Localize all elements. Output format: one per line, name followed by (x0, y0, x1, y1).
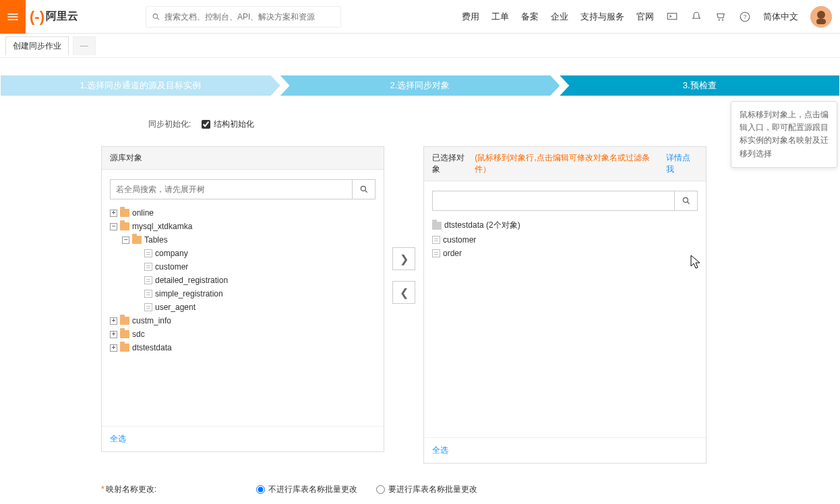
expand-icon[interactable]: + (110, 317, 117, 325)
tree-node[interactable]: customer (432, 233, 698, 247)
table-icon (144, 290, 152, 298)
global-search-input[interactable] (164, 12, 335, 22)
target-search-button[interactable] (674, 191, 697, 210)
nav-right: 费用 工单 备案 企业 支持与服务 官网 ? 简体中文 (462, 6, 832, 28)
nav-item[interactable]: 企业 (551, 11, 568, 23)
nav-item[interactable]: 备案 (521, 11, 539, 23)
db-icon (432, 222, 442, 230)
target-panel-hint: (鼠标移到对象行,点击编辑可修改对象名或过滤条件） (475, 152, 663, 175)
folder-icon (120, 330, 129, 338)
collapse-icon[interactable]: − (122, 237, 129, 244)
transfer-buttons: ❯ ❮ (392, 146, 415, 304)
collapse-icon[interactable]: − (110, 223, 117, 230)
logo-icon: (-) (30, 8, 44, 26)
hamburger-menu[interactable] (0, 0, 26, 34)
global-search[interactable] (146, 6, 341, 28)
target-panel-head: 已选择对象 (鼠标移到对象行,点击编辑可修改对象名或过滤条件） 详情点我 (424, 147, 706, 181)
nav-item[interactable]: 官网 (636, 11, 654, 23)
brand-logo[interactable]: (-) 阿里云 (30, 8, 78, 26)
table-icon (144, 249, 152, 257)
tree-node[interactable]: company (134, 247, 376, 260)
page-tab-label: 创建同步作业 (13, 40, 61, 52)
help-tooltip: 鼠标移到对象上，点击编辑入口，即可配置源跟目标实例的对象名映射及迁移列选择 (731, 101, 837, 168)
tree-node[interactable]: customer (134, 260, 376, 274)
avatar[interactable] (810, 6, 832, 28)
folder-icon (120, 317, 129, 325)
move-right-button[interactable]: ❯ (392, 247, 415, 270)
tree-node[interactable]: simple_registration (134, 287, 376, 301)
search-icon (359, 185, 369, 194)
table-icon (144, 263, 152, 271)
nav-item[interactable]: 费用 (462, 11, 479, 23)
wizard-steps: 1.选择同步通道的源及目标实例 2.选择同步对象 3.预检查 (0, 75, 840, 96)
help-icon[interactable]: ? (739, 11, 751, 23)
target-select-all[interactable]: 全选 (432, 445, 448, 455)
search-icon (682, 196, 691, 206)
mapping-opt-yes[interactable]: 要进行库表名称批量更改 (376, 484, 477, 495)
source-panel-title: 源库对象 (102, 147, 384, 170)
svg-point-12 (683, 197, 688, 202)
page-code: — (73, 36, 96, 55)
svg-point-3 (719, 19, 720, 20)
cb-structure-init[interactable]: 结构初始化 (202, 119, 254, 130)
brand-text: 阿里云 (46, 9, 78, 24)
table-icon (432, 236, 440, 244)
form-rows: *映射名称更改: 不进行库表名称批量更改 要进行库表名称批量更改 *是否启用新的… (101, 478, 739, 504)
step-2[interactable]: 2.选择同步对象 (280, 75, 560, 96)
source-search-button[interactable] (352, 180, 375, 199)
bell-icon[interactable] (690, 11, 702, 23)
source-select-all[interactable]: 全选 (110, 434, 126, 443)
tree-node[interactable]: +custm_info (110, 314, 376, 327)
mapping-opt-no[interactable]: 不进行库表名称批量更改 (256, 484, 357, 495)
language-switch[interactable]: 简体中文 (763, 11, 798, 23)
svg-point-4 (722, 19, 723, 20)
tree-node[interactable]: detailed_registration (134, 274, 376, 287)
target-search (432, 191, 698, 211)
mapping-row: *映射名称更改: 不进行库表名称批量更改 要进行库表名称批量更改 (101, 478, 739, 501)
tree-node[interactable]: +online (110, 206, 376, 220)
source-search (110, 179, 376, 199)
tree-node[interactable]: +sdc (110, 327, 376, 341)
svg-line-1 (157, 18, 159, 20)
expand-icon[interactable]: + (110, 331, 117, 338)
svg-point-8 (817, 11, 825, 19)
target-search-input[interactable] (433, 191, 674, 210)
step-1[interactable]: 1.选择同步通道的源及目标实例 (1, 75, 280, 96)
mapping-label: 映射名称更改: (106, 484, 156, 494)
nav-item[interactable]: 工单 (491, 11, 509, 23)
svg-line-11 (365, 191, 367, 193)
cart-icon[interactable] (715, 11, 727, 23)
tree-node[interactable]: user_agent (134, 301, 376, 314)
content: 同步初始化: 结构初始化 源库对象 +online −mysql_xtdka (0, 100, 840, 504)
target-panel: 已选择对象 (鼠标移到对象行,点击编辑可修改对象名或过滤条件） 详情点我 dts… (423, 146, 707, 464)
svg-line-13 (687, 202, 689, 204)
tree-node[interactable]: +dtstestdata (110, 341, 376, 354)
move-left-button[interactable]: ❮ (392, 281, 415, 304)
folder-icon (120, 209, 129, 217)
svg-text:?: ? (744, 14, 747, 20)
folder-icon (132, 236, 142, 244)
svg-rect-2 (667, 13, 677, 19)
tree-node[interactable]: dtstestdata (2个对象) (432, 218, 698, 233)
step-3[interactable]: 3.预检查 (560, 75, 839, 96)
table-icon (144, 276, 152, 284)
svg-point-0 (153, 13, 158, 18)
tree-node[interactable]: −mysql_xtdkamka (110, 220, 376, 233)
nav-item[interactable]: 支持与服务 (580, 11, 624, 23)
search-icon (152, 12, 160, 22)
cb-structure-init-label: 结构初始化 (214, 119, 254, 130)
cb-structure-init-input[interactable] (202, 120, 210, 129)
init-label: 同步初始化: (148, 119, 191, 130)
extra-row: *是否启用新的附加列规则: 是 否 请选择附加列规则 (101, 501, 739, 504)
expand-icon[interactable]: + (110, 210, 117, 217)
target-detail-link[interactable]: 详情点我 (666, 152, 698, 175)
source-search-input[interactable] (111, 180, 352, 199)
console-icon[interactable] (666, 11, 678, 23)
expand-icon[interactable]: + (110, 344, 117, 352)
tree-node[interactable]: order (432, 247, 698, 260)
tree-node[interactable]: −Tables (122, 233, 376, 247)
target-tree: dtstestdata (2个对象) customer order (432, 218, 698, 260)
folder-icon (120, 222, 129, 230)
page-tab[interactable]: 创建同步作业 (5, 36, 69, 55)
sub-header: 创建同步作业 — (0, 34, 840, 58)
